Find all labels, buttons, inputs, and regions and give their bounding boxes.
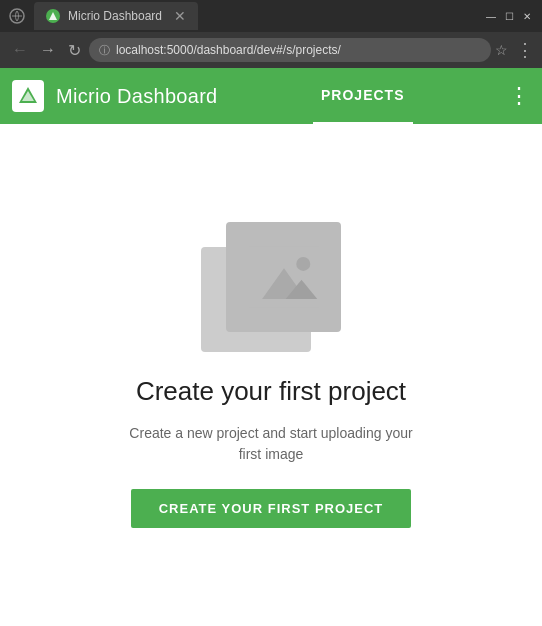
forward-button[interactable]: → bbox=[36, 41, 60, 59]
header-left: Micrio Dashboard bbox=[12, 80, 218, 112]
address-bar: ← → ↻ ⓘ localhost:5000/dashboard/dev#/s/… bbox=[0, 32, 542, 68]
browser-chrome: Micrio Dashboard ✕ — ☐ ✕ ← → ↻ ⓘ localho… bbox=[0, 0, 542, 68]
back-button[interactable]: ← bbox=[8, 41, 32, 59]
browser-menu-button[interactable]: ⋮ bbox=[516, 39, 534, 61]
browser-icon bbox=[8, 7, 26, 25]
image-placeholder-front bbox=[226, 222, 341, 332]
minimize-button[interactable]: — bbox=[484, 9, 498, 23]
svg-marker-1 bbox=[49, 12, 57, 20]
reload-button[interactable]: ↻ bbox=[64, 41, 85, 60]
app-logo bbox=[12, 80, 44, 112]
title-bar-left: Micrio Dashboard ✕ bbox=[8, 2, 198, 30]
empty-state-subtitle: Create a new project and start uploading… bbox=[121, 423, 421, 465]
projects-nav-item[interactable]: PROJECTS bbox=[313, 68, 412, 124]
main-content: Create your first project Create a new p… bbox=[0, 124, 542, 626]
bookmark-icon[interactable]: ☆ bbox=[495, 42, 508, 58]
address-text: localhost:5000/dashboard/dev#/s/projects… bbox=[116, 43, 481, 57]
empty-state-title: Create your first project bbox=[136, 376, 406, 407]
tab-close-button[interactable]: ✕ bbox=[174, 8, 186, 24]
header-menu-button[interactable]: ⋮ bbox=[508, 83, 530, 109]
svg-point-7 bbox=[296, 257, 310, 271]
maximize-button[interactable]: ☐ bbox=[502, 9, 516, 23]
browser-tab[interactable]: Micrio Dashboard ✕ bbox=[34, 2, 198, 30]
lock-icon: ⓘ bbox=[99, 43, 110, 58]
tab-label: Micrio Dashboard bbox=[68, 9, 162, 23]
app-header: Micrio Dashboard PROJECTS ⋮ bbox=[0, 68, 542, 124]
tab-favicon bbox=[46, 9, 60, 23]
close-button[interactable]: ✕ bbox=[520, 9, 534, 23]
title-bar: Micrio Dashboard ✕ — ☐ ✕ bbox=[0, 0, 542, 32]
address-input[interactable]: ⓘ localhost:5000/dashboard/dev#/s/projec… bbox=[89, 38, 491, 62]
header-nav: PROJECTS bbox=[313, 68, 412, 124]
empty-state-icon bbox=[201, 222, 341, 352]
window-controls: — ☐ ✕ bbox=[484, 9, 534, 23]
create-first-project-button[interactable]: CREATE YOUR FIRST PROJECT bbox=[131, 489, 412, 528]
app-title: Micrio Dashboard bbox=[56, 85, 218, 108]
